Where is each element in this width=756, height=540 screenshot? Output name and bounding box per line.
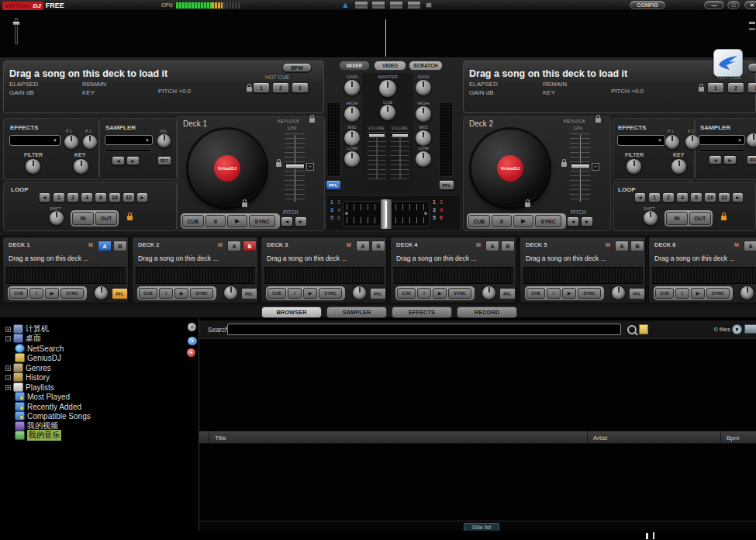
- minideck-3-b-button[interactable]: B: [371, 241, 385, 251]
- deck1-sampler-rec-button[interactable]: REC: [157, 156, 171, 165]
- tab-sampler[interactable]: SAMPLER: [326, 306, 387, 318]
- deck2-shift-knob[interactable]: [644, 211, 658, 225]
- deck1-sampler-next-button[interactable]: ►: [126, 156, 140, 165]
- ch2-gain-knob[interactable]: [416, 80, 431, 95]
- minideck-2-a-button[interactable]: A: [227, 241, 241, 251]
- create-virtual-folder-icon[interactable]: +: [188, 337, 197, 345]
- deck2-loop-half-button[interactable]: ◄: [634, 192, 646, 202]
- minideck-1-a-button[interactable]: A: [98, 241, 112, 251]
- expander-icon[interactable]: -: [5, 375, 11, 380]
- close-button[interactable]: ✕: [744, 1, 756, 9]
- deck1-bpm-button[interactable]: BPM: [282, 63, 312, 72]
- deck2-sampler-vol-knob[interactable]: [747, 133, 756, 147]
- deck2-effects-dropdown[interactable]: ▼: [617, 135, 665, 146]
- column-artist[interactable]: Artist: [593, 434, 607, 441]
- minideck-5-sync-button[interactable]: SYNC: [578, 288, 601, 299]
- layout-icon-3[interactable]: [390, 2, 402, 9]
- overlay-bird-icon[interactable]: [713, 49, 743, 77]
- minideck-6-play-button[interactable]: ▶: [691, 288, 705, 299]
- deck1-hotcue-1-button[interactable]: 1: [253, 82, 270, 93]
- ch1-mid-knob[interactable]: [344, 130, 360, 146]
- ch1-low-knob[interactable]: [344, 151, 360, 167]
- minideck-2-b-button[interactable]: B: [243, 241, 257, 251]
- rhythm-zoom-slider-handle[interactable]: [12, 21, 20, 26]
- sidebar-item-netsearch[interactable]: NetSearch: [0, 344, 197, 353]
- minideck-1-sync-button[interactable]: SYNC: [60, 288, 84, 299]
- layout-icon-2[interactable]: [372, 2, 385, 9]
- deck2-pitch-bend-up-button[interactable]: ►: [581, 216, 593, 227]
- minideck-3-volume-knob[interactable]: [353, 286, 366, 299]
- minideck-4-pfl-button[interactable]: PFL: [499, 288, 516, 299]
- minideck-2-m-label[interactable]: M: [218, 242, 223, 248]
- column-bpm[interactable]: Bpm: [727, 434, 739, 441]
- expander-icon[interactable]: +: [5, 365, 11, 371]
- deck2-keylock-lock-icon[interactable]: [595, 118, 601, 123]
- minideck-4-b-button[interactable]: B: [501, 241, 515, 251]
- deck1-loop-4-button[interactable]: 4: [81, 192, 93, 202]
- folder-file-area[interactable]: [199, 339, 756, 431]
- minimize-button[interactable]: —: [704, 1, 724, 9]
- deck1-loop-out-button[interactable]: OUT: [95, 212, 117, 225]
- minideck-2-play-button[interactable]: ▶: [174, 288, 188, 299]
- minideck-4-pause-button[interactable]: I: [417, 288, 431, 299]
- sidebar-item-compatible-songs[interactable]: Compatible Songs: [0, 411, 197, 421]
- volume2-fader-handle[interactable]: [392, 133, 409, 138]
- minideck-4-play-button[interactable]: ▶: [433, 288, 447, 299]
- minideck-6-cue-button[interactable]: CUE: [655, 288, 674, 299]
- minideck-5-a-button[interactable]: A: [615, 241, 629, 251]
- deck1-loop-lock-icon[interactable]: [127, 216, 133, 220]
- layout-icon-small[interactable]: [426, 2, 432, 8]
- deck1-key-knob[interactable]: [74, 159, 88, 174]
- deck2-loop-lock-icon[interactable]: [721, 216, 727, 220]
- sidebar-item-most-played[interactable]: Most Played: [0, 392, 197, 401]
- minideck-1-volume-knob[interactable]: [95, 286, 108, 299]
- deck2-pitch-slider-handle[interactable]: [571, 164, 590, 169]
- deck1-jogwheel-center[interactable]: VirtualDJ: [214, 155, 240, 182]
- minideck-2-cue-button[interactable]: CUE: [139, 288, 157, 299]
- deck1-pause-button[interactable]: II: [205, 215, 226, 227]
- deck1-filter-knob[interactable]: [26, 159, 40, 174]
- crossfader-handle[interactable]: [380, 199, 392, 230]
- create-folder-icon[interactable]: +: [188, 323, 196, 331]
- file-list-area[interactable]: [199, 444, 756, 521]
- deck2-loop-8-button[interactable]: 8: [690, 192, 702, 202]
- deck1-loop-8-button[interactable]: 8: [95, 192, 107, 202]
- ch2-mid-knob[interactable]: [416, 130, 431, 146]
- deck2-header-lock-icon[interactable]: [699, 87, 704, 92]
- layout-icon-1[interactable]: [355, 2, 368, 9]
- tab-record[interactable]: RECORD: [457, 306, 517, 318]
- deck2-loop-32-button[interactable]: 32: [718, 192, 730, 202]
- deck1-fx-p2-knob[interactable]: [83, 135, 97, 149]
- deck2-sampler-dropdown[interactable]: ▼: [699, 135, 745, 145]
- deck1-loop-2-button[interactable]: 2: [67, 192, 79, 202]
- deck2-jogwheel-center[interactable]: VirtualDJ: [497, 155, 523, 182]
- deck1-sync-button[interactable]: SYNC: [249, 215, 275, 227]
- deck1-loop-16-button[interactable]: 16: [109, 192, 121, 202]
- deck1-pitch-bend-down-button[interactable]: ◄: [281, 216, 293, 227]
- minideck-3-waveform[interactable]: [264, 267, 384, 284]
- deck1-sampler-prev-button[interactable]: ◄: [112, 156, 125, 165]
- deck1-pitch-slider-handle[interactable]: [285, 164, 305, 169]
- deck1-effects-dropdown[interactable]: ▼: [9, 135, 60, 146]
- deck1-pitch-bend-up-button[interactable]: ►: [295, 216, 307, 227]
- config-button[interactable]: CONFIG: [630, 1, 665, 9]
- deck2-sync-button[interactable]: SYNC: [535, 215, 561, 227]
- deck2-loop-in-button[interactable]: IN: [666, 212, 688, 225]
- deck1-loop-half-button[interactable]: ◄: [39, 192, 50, 202]
- deck1-shift-knob[interactable]: [50, 211, 64, 225]
- deck2-bpm-button[interactable]: BPM: [747, 63, 756, 72]
- minideck-3-sync-button[interactable]: SYNC: [319, 288, 342, 299]
- minideck-4-sync-button[interactable]: SYNC: [448, 288, 471, 299]
- deck2-pitch-bend-down-button[interactable]: ◄: [567, 216, 579, 227]
- deck1-hotcue-2-button[interactable]: 2: [272, 82, 289, 93]
- tab-mixer[interactable]: MIXER: [339, 61, 370, 71]
- sidebar-item-my-music[interactable]: 我的音乐: [0, 431, 197, 440]
- minideck-1-b-button[interactable]: B: [113, 241, 127, 251]
- minideck-6-m-label[interactable]: M: [734, 242, 739, 248]
- minideck-6-sync-button[interactable]: SYNC: [706, 288, 730, 299]
- deck2-loop-16-button[interactable]: 16: [704, 192, 716, 202]
- minideck-2-pfl-button[interactable]: PFL: [241, 288, 257, 299]
- deck2-hotcue-3-button[interactable]: 3: [747, 82, 756, 93]
- deck1-pfl-button[interactable]: PFL: [326, 180, 341, 190]
- deck2-fx-p1-knob[interactable]: [665, 135, 679, 149]
